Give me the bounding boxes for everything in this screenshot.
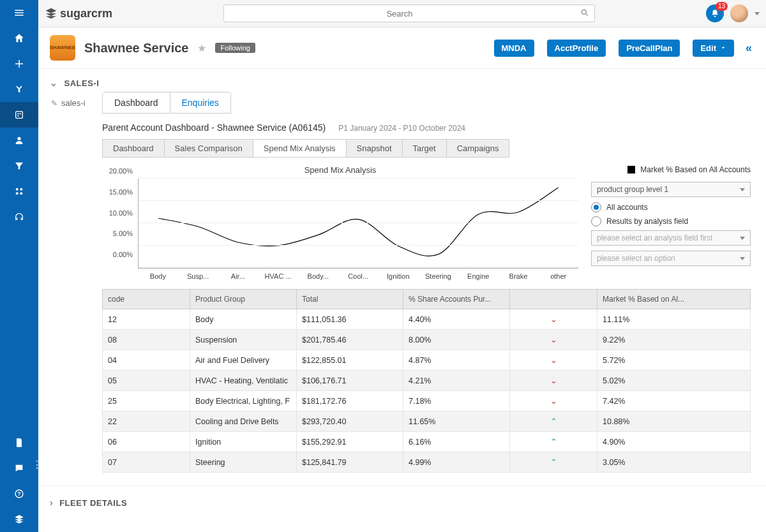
dashboard-period: P1 January 2024 - P10 October 2024 xyxy=(338,124,465,133)
precallplan-button[interactable]: PreCallPlan xyxy=(619,40,680,57)
spend-mix-chart: Spend Mix Analysis 0.00%5.00%10.00%15.00… xyxy=(102,165,578,280)
itab-dashboard[interactable]: Dashboard xyxy=(103,140,165,157)
trend-up-icon: ⌃ xyxy=(510,432,597,452)
svg-rect-1 xyxy=(17,113,19,114)
dashboard-title: Parent Account Dashboard - Shawnee Servi… xyxy=(102,122,326,133)
table-row[interactable]: 05HVAC - Heating, Ventilatic$106,176.714… xyxy=(103,371,751,391)
acctprofile-button[interactable]: AcctProfile xyxy=(547,40,606,57)
tab-dashboard[interactable]: Dashboard xyxy=(103,92,170,113)
svg-point-6 xyxy=(20,188,22,191)
svg-rect-0 xyxy=(16,112,23,119)
table-row[interactable]: 22Cooling and Drive Belts$293,720.4011.6… xyxy=(103,411,751,432)
help-icon[interactable]: ? xyxy=(0,481,38,506)
global-search[interactable] xyxy=(223,4,595,22)
analysis-option-select[interactable]: please select an option xyxy=(591,251,751,266)
plus-icon[interactable] xyxy=(0,51,38,77)
chart-title: Spend Mix Analysis xyxy=(102,165,578,175)
svg-text:?: ? xyxy=(17,491,20,497)
legend-swatch xyxy=(627,166,635,174)
user-avatar[interactable] xyxy=(730,4,748,22)
itab-snapshot[interactable]: Snapshot xyxy=(347,140,403,157)
brand-logo[interactable]: sugarcrm xyxy=(45,7,112,20)
section-title: SALES-I xyxy=(64,78,100,88)
record-header: SHAWNEE Shawnee Service ★ Following MNDA… xyxy=(38,27,766,69)
table-row[interactable]: 06Ignition$155,292.916.16%⌃4.90% xyxy=(103,432,751,452)
salesi-link-label: sales-i xyxy=(61,98,86,108)
section-fleet-header[interactable]: › FLEET DETAILS xyxy=(38,485,766,512)
svg-point-11 xyxy=(582,10,586,14)
itab-sales-comparison[interactable]: Sales Comparison xyxy=(165,140,253,157)
user-menu-caret-icon[interactable] xyxy=(755,12,760,15)
favorite-star-icon[interactable]: ★ xyxy=(197,42,206,54)
search-icon[interactable] xyxy=(575,8,594,19)
menu-icon[interactable] xyxy=(0,0,38,26)
chevron-down-icon: ⌄ xyxy=(50,78,58,88)
tab-enquiries[interactable]: Enquiries xyxy=(170,92,230,113)
itab-target[interactable]: Target xyxy=(403,140,447,157)
table-row[interactable]: 25Body Electrical, Lighting, F$181,172.7… xyxy=(103,391,751,411)
section-salesi-header[interactable]: ⌄ SALES-I xyxy=(38,69,766,92)
table-row[interactable]: 12Body$111,051.364.40%⌄11.11% xyxy=(103,309,751,330)
trend-down-icon: ⌄ xyxy=(510,330,597,350)
analysis-field-select[interactable]: please select an analysis field first xyxy=(591,230,751,246)
svg-point-8 xyxy=(20,192,22,195)
th-share[interactable]: % Share Accounts Pur... xyxy=(403,290,510,309)
caret-down-icon xyxy=(740,257,745,260)
section-title: FLEET DETAILS xyxy=(59,498,127,508)
spend-mix-table: code Product Group Total % Share Account… xyxy=(102,289,751,473)
trend-up-icon: ⌃ xyxy=(510,452,597,473)
svg-rect-3 xyxy=(17,115,19,117)
left-nav: ? xyxy=(0,0,38,532)
chevron-right-icon: › xyxy=(50,498,53,508)
funnel-icon[interactable] xyxy=(0,153,38,179)
stack-icon[interactable] xyxy=(0,506,38,532)
home-icon[interactable] xyxy=(0,26,38,51)
search-input[interactable] xyxy=(224,8,575,19)
edit-button[interactable]: Edit xyxy=(693,40,734,57)
product-group-select[interactable]: product group level 1 xyxy=(591,182,751,197)
th-market[interactable]: Market % Based on Al... xyxy=(597,290,751,309)
collapse-panel-icon[interactable]: « xyxy=(743,41,755,55)
top-bar: sugarcrm 13 xyxy=(38,0,766,27)
svg-point-5 xyxy=(16,188,19,191)
pencil-icon: ✎ xyxy=(51,99,57,108)
filter-funnel-icon[interactable] xyxy=(0,77,38,102)
trend-down-icon: ⌄ xyxy=(510,391,597,411)
trend-up-icon: ⌃ xyxy=(510,411,597,432)
grid-icon[interactable] xyxy=(0,179,38,204)
chevron-down-icon xyxy=(720,45,726,51)
caret-down-icon xyxy=(740,237,745,240)
radio-all-accounts[interactable]: All accounts xyxy=(591,202,751,212)
caret-down-icon xyxy=(740,188,745,191)
table-row[interactable]: 08Suspension$201,785.468.00%⌄9.22% xyxy=(103,330,751,350)
svg-point-7 xyxy=(16,192,19,195)
brand-text: sugarcrm xyxy=(60,7,112,20)
headset-icon[interactable] xyxy=(0,204,38,230)
table-row[interactable]: 04Air and Fuel Delivery$122,855.014.87%⌄… xyxy=(103,350,751,371)
trend-down-icon: ⌄ xyxy=(510,309,597,330)
accounts-icon[interactable] xyxy=(0,102,38,128)
radio-analysis-field[interactable]: Results by analysis field xyxy=(591,216,751,226)
following-badge[interactable]: Following xyxy=(215,43,255,53)
notification-count: 13 xyxy=(716,2,728,11)
legend-label: Market % Based on All Accounts xyxy=(640,165,751,174)
inner-tabs: Dashboard Sales Comparison Spend Mix Ana… xyxy=(102,139,509,158)
mnda-button[interactable]: MNDA xyxy=(494,40,534,57)
th-total[interactable]: Total xyxy=(297,290,403,309)
edit-label: Edit xyxy=(700,43,716,53)
kebab-icon[interactable]: ⋮ xyxy=(32,459,42,471)
itab-spend-mix[interactable]: Spend Mix Analysis xyxy=(253,140,347,157)
document-icon[interactable] xyxy=(0,430,38,455)
chart-y-axis: 0.00%5.00%10.00%15.00%20.00% xyxy=(102,179,135,262)
th-code[interactable]: code xyxy=(103,290,190,309)
chart-side-panel: Market % Based on All Accounts product g… xyxy=(591,165,751,271)
notifications-button[interactable]: 13 xyxy=(706,4,724,22)
itab-campaigns[interactable]: Campaigns xyxy=(447,140,509,157)
svg-point-4 xyxy=(17,137,20,140)
th-trend[interactable] xyxy=(510,290,597,309)
salesi-edit-link[interactable]: ✎ sales-i xyxy=(51,98,86,108)
contacts-icon[interactable] xyxy=(0,128,38,153)
chart-plot xyxy=(138,179,578,269)
th-product-group[interactable]: Product Group xyxy=(190,290,297,309)
table-row[interactable]: 07Steering$125,841.794.99%⌃3.05% xyxy=(103,452,751,473)
